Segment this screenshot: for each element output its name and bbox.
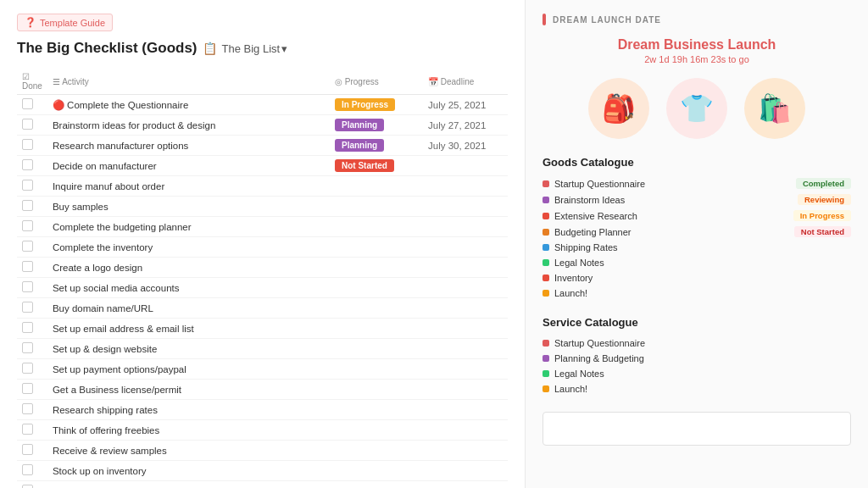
col-header-activity: ☰ Activity <box>47 69 330 95</box>
deadline-cell <box>423 176 508 197</box>
progress-cell <box>330 176 423 197</box>
checkbox[interactable] <box>22 403 33 414</box>
checkbox[interactable] <box>22 180 33 191</box>
progress-cell <box>330 420 423 441</box>
dream-launch-label: DREAM LAUNCH DATE <box>542 14 851 25</box>
catalogue-item[interactable]: Shipping Rates <box>542 240 851 255</box>
deadline-cell <box>423 441 508 461</box>
catalogue-item[interactable]: Startup QuestionnaireCompleted <box>542 175 851 191</box>
template-guide-icon: ❓ <box>25 17 36 28</box>
checkbox[interactable] <box>22 119 33 130</box>
title-icon: 📋 <box>203 42 217 55</box>
checkbox[interactable] <box>22 342 33 353</box>
launch-title: Dream Business Launch <box>542 37 851 53</box>
progress-cell <box>330 298 423 319</box>
col-header-done: ☑ Done <box>17 69 47 95</box>
checkbox[interactable] <box>22 322 33 333</box>
status-badge: Reviewing <box>798 194 851 205</box>
checkbox[interactable] <box>22 241 33 252</box>
catalogue-item-label: Launch! <box>554 384 587 394</box>
catalogue-item[interactable]: Legal Notes <box>542 366 851 381</box>
launch-subtitle: 2w 1d 19h 16m 23s to go <box>542 54 851 64</box>
table-row: Stock up on inventory <box>17 461 508 481</box>
deadline-cell: July 27, 2021 <box>423 115 508 136</box>
activity-cell: Research manufacturer options <box>47 136 330 156</box>
progress-cell <box>330 359 423 380</box>
catalogue-item-label: Legal Notes <box>554 258 604 268</box>
catalogue-dot <box>542 340 549 347</box>
checkbox[interactable] <box>22 444 33 455</box>
table-row: Brainstorm ideas for product & designPla… <box>17 115 508 136</box>
goods-catalogue-title: Goods Catalogue <box>542 156 851 169</box>
goods-catalogue-section: Goods Catalogue Startup QuestionnaireCom… <box>542 156 851 301</box>
list-link[interactable]: The Big List ▾ <box>222 42 288 55</box>
checkbox[interactable] <box>22 363 33 374</box>
checklist-goods-title: The Big Checklist (Goods) <box>17 40 198 57</box>
progress-cell <box>330 319 423 339</box>
col-header-progress: ◎ Progress <box>330 69 423 95</box>
catalogue-dot <box>542 274 549 281</box>
activity-cell: Research shipping rates <box>47 400 330 420</box>
catalogue-item[interactable]: Inventory <box>542 270 851 286</box>
catalogue-item[interactable]: Extensive ResearchIn Progress <box>542 208 851 224</box>
catalogue-dot <box>542 370 549 377</box>
checkbox[interactable] <box>22 485 33 488</box>
deadline-cell <box>423 420 508 441</box>
progress-cell <box>330 380 423 400</box>
activity-cell: Decide on manufacturer <box>47 156 330 176</box>
status-badge: Completed <box>796 178 851 189</box>
catalogue-item[interactable]: Launch! <box>542 381 851 396</box>
deadline-cell <box>423 298 508 319</box>
catalogue-item-label: Planning & Budgeting <box>554 353 644 363</box>
activity-cell: Set up social media accounts <box>47 278 330 298</box>
catalogue-item[interactable]: Launch! <box>542 286 851 301</box>
table-row: Inquire manuf about order <box>17 176 508 197</box>
table-row: Think of offering freebies <box>17 420 508 441</box>
catalogue-item[interactable]: Startup Questionnaire <box>542 336 851 351</box>
progress-cell <box>330 237 423 258</box>
activity-cell: Complete the inventory <box>47 237 330 258</box>
checkbox[interactable] <box>22 302 33 313</box>
table-row: Complete the budgeting planner <box>17 217 508 237</box>
catalogue-dot <box>542 355 549 362</box>
table-row: Get a Business license/permit <box>17 380 508 400</box>
checkbox[interactable] <box>22 159 33 170</box>
col-header-deadline: 📅 Deadline <box>423 69 508 95</box>
checkbox[interactable] <box>22 200 33 211</box>
status-badge: In Progress <box>335 98 395 111</box>
catalogue-item-label: Brainstorm Ideas <box>554 195 625 205</box>
checkbox[interactable] <box>22 139 33 150</box>
activity-cell: Get a Business license/permit <box>47 380 330 400</box>
status-badge: Planning <box>335 119 384 131</box>
checkbox[interactable] <box>22 424 33 435</box>
catalogue-item-label: Extensive Research <box>554 211 637 221</box>
table-row: Create a logo design <box>17 258 508 278</box>
illustrations: 🎒 👕 🛍️ <box>542 78 851 139</box>
deadline-cell <box>423 217 508 237</box>
checkbox[interactable] <box>22 261 33 272</box>
catalogue-item[interactable]: Brainstorm IdeasReviewing <box>542 191 851 208</box>
catalogue-dot <box>542 385 549 392</box>
activity-cell: Think of offering freebies <box>47 420 330 441</box>
table-row: Buy samples <box>17 197 508 217</box>
checkbox[interactable] <box>22 98 33 109</box>
progress-cell: Not Started <box>330 156 423 176</box>
catalogue-item[interactable]: Legal Notes <box>542 255 851 270</box>
deadline-cell <box>423 359 508 380</box>
checkbox[interactable] <box>22 383 33 394</box>
catalogue-dot <box>542 259 549 266</box>
catalogue-item[interactable]: Budgeting PlannerNot Started <box>542 224 851 240</box>
catalogue-item[interactable]: Planning & Budgeting <box>542 351 851 366</box>
table-row: Complete the inventory <box>17 237 508 258</box>
template-guide-banner[interactable]: ❓ Template Guide <box>17 14 113 31</box>
checkbox[interactable] <box>22 220 33 231</box>
table-row: Research shipping rates <box>17 400 508 420</box>
service-catalogue-section: Service Catalogue Startup QuestionnaireP… <box>542 316 851 396</box>
table-row: Buy domain name/URL <box>17 298 508 319</box>
template-guide-label: Template Guide <box>40 18 105 28</box>
status-badge: In Progress <box>793 210 851 221</box>
checkbox[interactable] <box>22 464 33 475</box>
table-row: 🔴 Complete the QuestionnaireIn ProgressJ… <box>17 95 508 115</box>
service-catalogue-title: Service Catalogue <box>542 316 851 329</box>
checkbox[interactable] <box>22 281 33 292</box>
